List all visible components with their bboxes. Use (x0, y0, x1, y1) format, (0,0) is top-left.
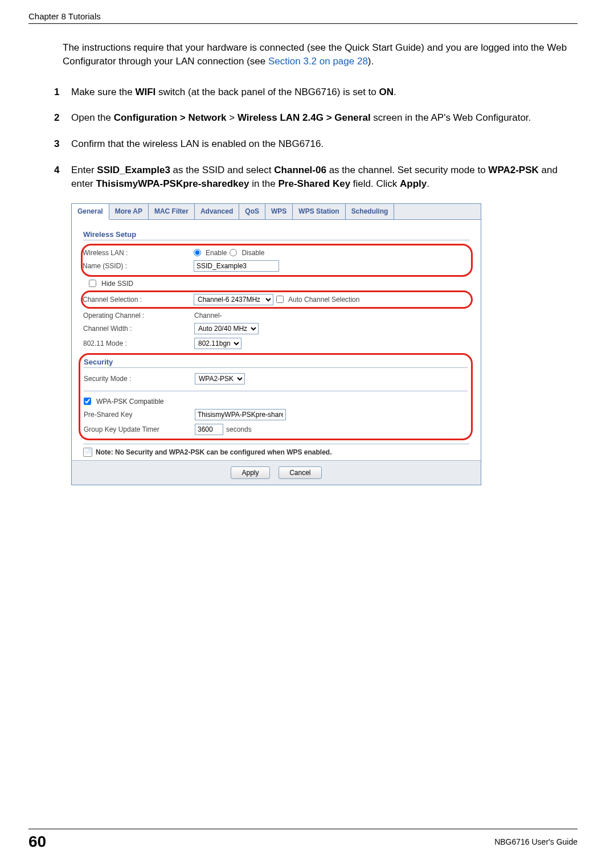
tab-qos[interactable]: QoS (239, 204, 265, 219)
ssid-label: Name (SSID) : (83, 262, 194, 270)
wlan-label: Wireless LAN : (83, 249, 194, 257)
step-number: 2 (54, 111, 71, 125)
button-bar: Apply Cancel (72, 460, 481, 485)
note-row: 📄 Note: No Security and WPA2-PSK can be … (83, 444, 469, 460)
intro-paragraph: The instructions require that your hardw… (63, 41, 572, 68)
security-heading: Security (84, 358, 468, 368)
psk-label: Pre-Shared Key (84, 411, 195, 419)
chapter-label: Chapter 8 Tutorials (28, 11, 101, 21)
step-number: 4 (54, 163, 71, 191)
tab-wps[interactable]: WPS (265, 204, 293, 219)
apply-button[interactable]: Apply (231, 466, 269, 479)
channel-select[interactable]: Channel-6 2437MHz (194, 294, 273, 305)
footer-guide: NBG6716 User's Guide (63, 837, 578, 846)
step-1: 1 Make sure the WIFI switch (at the back… (54, 85, 572, 99)
step-4: 4 Enter SSID_Example3 as the SSID and se… (54, 163, 572, 191)
auto-channel-label: Auto Channel Selection (288, 296, 359, 304)
note-text: Note: No Security and WPA2-PSK can be co… (96, 448, 332, 456)
security-mode-label: Security Mode : (84, 375, 195, 383)
highlight-security: Security Security Mode : WPA2-PSK WPA-PS… (79, 353, 473, 440)
channel-width-label: Channel Width : (83, 325, 194, 333)
step-number: 3 (54, 137, 71, 151)
hide-ssid-checkbox[interactable] (89, 280, 96, 287)
timer-unit: seconds (226, 425, 252, 433)
wlan-disable-radio[interactable] (230, 249, 237, 256)
timer-input[interactable] (195, 424, 223, 435)
step-number: 1 (54, 85, 71, 99)
security-mode-select[interactable]: WPA2-PSK (195, 373, 245, 384)
step-text: Enter SSID_Example3 as the SSID and sele… (71, 163, 572, 191)
step-text: Open the Configuration > Network > Wirel… (71, 111, 572, 125)
highlight-channel: Channel Selection : Channel-6 2437MHz Au… (81, 290, 473, 309)
config-screenshot: General More AP MAC Filter Advanced QoS … (71, 203, 481, 485)
highlight-wlan-ssid: Wireless LAN : Enable Disable Name (SSID… (81, 244, 473, 277)
wpa-compat-label: WPA-PSK Compatible (96, 398, 163, 406)
tab-wps-station[interactable]: WPS Station (293, 204, 345, 219)
timer-label: Group Key Update Timer (84, 425, 195, 433)
tab-advanced[interactable]: Advanced (195, 204, 239, 219)
tab-bar: General More AP MAC Filter Advanced QoS … (72, 204, 481, 220)
cancel-button[interactable]: Cancel (279, 466, 321, 479)
wireless-setup-heading: Wireless Setup (83, 230, 469, 240)
note-icon: 📄 (83, 448, 92, 457)
tab-general[interactable]: General (72, 204, 109, 220)
hide-ssid-label: Hide SSID (101, 280, 133, 288)
tab-mac-filter[interactable]: MAC Filter (149, 204, 195, 219)
page-footer: 60 NBG6716 User's Guide (28, 829, 578, 851)
mode-label: 802.11 Mode : (83, 339, 194, 347)
page-number: 60 (28, 833, 63, 851)
enable-label: Enable (206, 249, 227, 257)
section-link[interactable]: Section 3.2 on page 28 (268, 56, 368, 67)
op-channel-value: Channel- (194, 312, 222, 320)
disable-label: Disable (241, 249, 264, 257)
page-header: Chapter 8 Tutorials (28, 11, 578, 24)
psk-input[interactable] (195, 409, 286, 420)
wpa-compat-checkbox[interactable] (84, 398, 91, 405)
wlan-enable-radio[interactable] (194, 249, 201, 256)
channel-width-select[interactable]: Auto 20/40 MHz (194, 323, 259, 334)
op-channel-label: Operating Channel : (83, 312, 194, 320)
tab-scheduling[interactable]: Scheduling (346, 204, 395, 219)
intro-text-2: ). (368, 56, 374, 67)
auto-channel-checkbox[interactable] (276, 296, 284, 303)
ssid-input[interactable] (194, 260, 279, 272)
step-3: 3 Confirm that the wireless LAN is enabl… (54, 137, 572, 151)
tab-more-ap[interactable]: More AP (109, 204, 149, 219)
mode-select[interactable]: 802.11bgn (194, 338, 241, 349)
step-text: Confirm that the wireless LAN is enabled… (71, 137, 572, 151)
channel-sel-label: Channel Selection : (83, 296, 194, 304)
step-2: 2 Open the Configuration > Network > Wir… (54, 111, 572, 125)
step-text: Make sure the WIFI switch (at the back p… (71, 85, 572, 99)
